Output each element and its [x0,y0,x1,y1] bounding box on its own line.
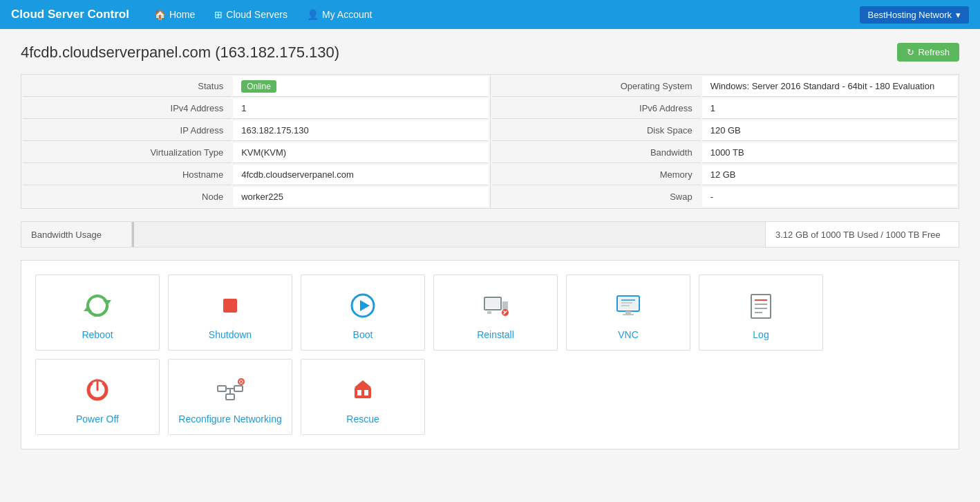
action-card-reinstall[interactable]: Reinstall [433,275,558,351]
boot-icon [346,289,379,322]
table-row: Nodeworker225 [23,187,489,207]
action-card-reconfigure-networking[interactable]: Reconfigure Networking [168,359,292,435]
action-card-rescue[interactable]: Rescue [301,359,425,435]
network-icon [214,373,247,407]
svg-rect-11 [619,297,638,310]
svg-marker-4 [360,300,370,311]
action-panel: Reboot Shutdown Boot Reinstall VNC Log P… [21,260,959,449]
svg-rect-25 [234,386,243,391]
row-value: 1 [702,98,957,119]
row-label: Disk Space [492,120,701,141]
bandwidth-text: 3.12 GB of 1000 TB Used / 1000 TB Free [765,222,959,247]
row-value: worker225 [233,187,488,207]
row-value: - [702,187,957,207]
table-row: IPv6 Address1 [492,98,958,119]
server-info-right-table: Operating SystemWindows: Server 2016 Sta… [490,74,960,209]
account-dropdown-label: BestHosting Network [868,10,952,20]
grid-icon: ⊞ [214,9,223,20]
row-value: 1 [233,98,488,119]
svg-rect-35 [364,390,368,396]
svg-rect-17 [751,295,771,318]
row-label: Virtualization Type [23,142,232,163]
poweroff-icon [81,373,114,407]
navbar-right: BestHosting Network ▾ [860,6,969,24]
page-title: 4fcdb.cloudserverpanel.com (163.182.175.… [21,44,339,62]
action-card-reboot[interactable]: Reboot [35,275,160,351]
nav-home-label: Home [169,9,195,20]
row-value: 12 GB [702,165,957,185]
row-label: Status [23,76,232,97]
svg-rect-9 [487,311,491,314]
action-label-power-off: Power Off [76,413,119,425]
table-row: Swap- [492,187,958,207]
account-dropdown-button[interactable]: BestHosting Network ▾ [860,6,969,24]
table-row: Hostname4fcdb.cloudserverpanel.com [23,165,489,185]
nav-item-home[interactable]: 🏠 Home [146,6,203,23]
refresh-button[interactable]: ↻ Refresh [897,43,959,62]
row-label: Memory [492,165,701,185]
svg-rect-13 [623,314,634,315]
nav-cloud-servers-label: Cloud Servers [226,9,288,20]
action-label-reboot: Reboot [82,329,113,340]
nav-item-cloud-servers[interactable]: ⊞ Cloud Servers [206,6,296,23]
action-label-log: Log [753,329,769,340]
action-label-shutdown: Shutdown [209,329,252,340]
action-card-vnc[interactable]: VNC [566,275,690,351]
svg-rect-24 [218,386,226,391]
bandwidth-label: Bandwidth Usage [21,222,132,247]
action-label-vnc: VNC [618,329,639,340]
page-content: 4fcdb.cloudserverpanel.com (163.182.175.… [0,29,980,463]
row-value: KVM(KVM) [233,142,488,163]
row-label: IPv4 Address [23,98,232,119]
refresh-icon: ↻ [907,47,914,57]
log-icon [744,289,778,322]
row-value: 4fcdb.cloudserverpanel.com [233,165,488,185]
row-value: 120 GB [702,120,957,141]
row-value: Online [233,76,488,97]
action-card-log[interactable]: Log [699,275,823,351]
row-label: Hostname [23,165,232,185]
table-row: StatusOnline [23,76,489,97]
nav-item-my-account[interactable]: 👤 My Account [299,6,380,23]
table-row: Virtualization TypeKVM(KVM) [23,142,489,163]
row-value: 163.182.175.130 [233,120,488,141]
action-card-shutdown[interactable]: Shutdown [168,275,292,351]
row-label: IPv6 Address [492,98,701,119]
shutdown-icon [214,289,247,322]
table-row: IP Address163.182.175.130 [23,120,489,141]
svg-rect-34 [357,390,361,396]
info-tables: StatusOnlineIPv4 Address1IP Address163.1… [21,74,959,209]
svg-marker-33 [355,380,371,387]
navbar: Cloud Server Control 🏠 Home ⊞ Cloud Serv… [0,0,980,29]
bandwidth-bar-fill [132,222,134,247]
row-label: Node [23,187,232,207]
table-row: IPv4 Address1 [23,98,489,119]
reboot-icon [81,289,114,322]
action-label-boot: Boot [353,329,373,340]
row-label: Bandwidth [492,142,701,163]
navbar-brand: Cloud Server Control [11,8,129,21]
rescue-icon [346,373,379,407]
row-label: Operating System [492,76,701,97]
refresh-label: Refresh [918,47,950,57]
svg-marker-1 [84,306,92,311]
row-value: Windows: Server 2016 Standard - 64bit - … [702,76,957,97]
nav-my-account-label: My Account [322,9,372,20]
page-header: 4fcdb.cloudserverpanel.com (163.182.175.… [21,43,959,62]
row-value: 1000 TB [702,142,957,163]
bandwidth-bar-container [132,222,765,247]
row-label: IP Address [23,120,232,141]
action-card-power-off[interactable]: Power Off [35,359,160,435]
navbar-nav: 🏠 Home ⊞ Cloud Servers 👤 My Account [146,6,860,23]
table-row: Operating SystemWindows: Server 2016 Sta… [492,76,958,97]
table-row: Disk Space120 GB [492,120,958,141]
svg-rect-12 [625,311,631,314]
svg-rect-6 [486,299,500,308]
svg-rect-2 [223,299,237,313]
action-label-reconfigure-networking: Reconfigure Networking [178,413,281,425]
row-label: Swap [492,187,701,207]
reinstall-icon [479,289,512,322]
svg-rect-7 [502,301,508,310]
action-card-boot[interactable]: Boot [301,275,425,351]
bandwidth-row: Bandwidth Usage 3.12 GB of 1000 TB Used … [21,221,959,248]
